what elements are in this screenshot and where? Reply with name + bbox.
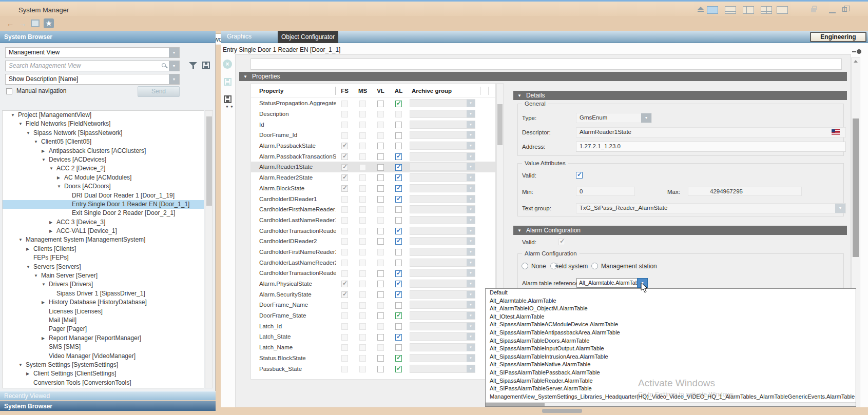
chevron-down-icon[interactable]: ▼ [467, 227, 475, 234]
collapse-arrow-icon[interactable]: ▼ [18, 120, 26, 128]
tree-item[interactable]: ▶Antipassback Clusters [ACClusters] [3, 147, 204, 155]
descriptor-field[interactable]: AlarmReader1State [576, 127, 846, 137]
expand-arrow-icon[interactable]: ▶ [42, 147, 49, 155]
collapse-arrow-icon[interactable]: ▼ [49, 164, 56, 173]
alarm-table-reference-combobox[interactable]: Alt_Alarmtable.AlarmTable [576, 278, 638, 288]
archive-group-dropdown[interactable]: ▼ [410, 205, 475, 213]
vl-checkbox-empty[interactable] [377, 143, 384, 149]
collapse-arrow-icon[interactable]: ▼ [57, 182, 64, 191]
chevron-down-icon[interactable]: ▼ [835, 204, 845, 213]
al-checkbox-empty[interactable] [395, 217, 402, 224]
minimize-icon[interactable] [829, 12, 836, 13]
property-row[interactable]: Latch_Id▼ [251, 321, 495, 331]
chevron-down-icon[interactable]: ▼ [467, 121, 475, 128]
chevron-down-icon[interactable]: ▼ [467, 333, 475, 340]
vl-checkbox-empty[interactable] [377, 164, 384, 171]
chevron-down-icon[interactable]: ▼ [467, 206, 475, 213]
fs-checkbox-gray[interactable] [341, 291, 348, 298]
property-row[interactable]: Status.BlockState▼ [251, 353, 495, 364]
property-row[interactable]: Alarm.PassbackState▼ [251, 141, 495, 151]
chevron-down-icon[interactable]: ▼ [467, 142, 475, 149]
archive-group-dropdown[interactable]: ▼ [410, 99, 475, 107]
property-row[interactable]: DoorFrame_Name▼ [251, 300, 495, 310]
tree-item[interactable]: Mail [Mail] [3, 316, 204, 325]
tree-item[interactable]: ▶Clients [Clients] [3, 245, 204, 253]
archive-group-dropdown[interactable]: ▼ [410, 354, 475, 362]
chevron-down-icon[interactable]: ▼ [467, 248, 475, 255]
text-group-dropdown[interactable]: TxG_SiPass_Reader_AlarmState ▼ [576, 203, 846, 213]
archive-group-dropdown[interactable]: ▼ [410, 322, 475, 330]
tree-item[interactable]: DRI Dual Door Reader 1 [Door_1_19] [3, 191, 204, 200]
property-row[interactable]: CardholderFirstNameReader2▼ [251, 247, 495, 258]
property-row[interactable]: Alarm.PassbackTransactionState▼ [251, 151, 495, 162]
engineering-mode-button[interactable]: Engineering [810, 32, 866, 42]
expand-arrow-icon[interactable]: ▶ [42, 298, 49, 307]
collapse-arrow-icon[interactable]: ▼ [18, 361, 26, 369]
fs-checkbox-gray[interactable] [341, 185, 348, 192]
tree-item[interactable]: ▶Client Settings [ClientSettings] [3, 369, 204, 378]
back-icon[interactable]: ← [5, 18, 15, 29]
pin-icon[interactable] [852, 49, 861, 54]
al-checkbox-blue[interactable] [395, 270, 402, 277]
collapse-arrow-icon[interactable]: ▼ [18, 235, 26, 244]
radio-option-field-system[interactable]: Field system [550, 263, 588, 270]
chevron-down-icon[interactable]: ▼ [467, 195, 475, 203]
al-checkbox-green[interactable] [395, 101, 402, 107]
tree-item[interactable]: Video Manager [VideoManager] [3, 352, 204, 361]
dropdown-item[interactable]: Alt_SIPassAlarmTablePassback.AlarmTable [486, 369, 856, 377]
vl-checkbox-empty[interactable] [377, 101, 384, 107]
tree-item[interactable]: ▶AC Module [ACModules] [3, 173, 204, 182]
editor-top-field[interactable] [250, 58, 842, 70]
archive-group-dropdown[interactable]: ▼ [410, 280, 475, 288]
archive-group-dropdown[interactable]: ▼ [410, 184, 475, 192]
property-row[interactable]: Latch_Name▼ [251, 342, 495, 353]
tree-item[interactable]: Conversion Tools [ConversionTools] [3, 379, 204, 387]
archive-group-dropdown[interactable]: ▼ [410, 216, 475, 224]
al-checkbox-empty[interactable] [395, 260, 402, 266]
dropdown-item[interactable]: Alt_SipassAlarmTableAntipassbackArea.Ala… [486, 329, 856, 337]
view-selector-dropdown[interactable]: Management View ▼ [5, 47, 180, 58]
expand-arrow-icon[interactable]: ▶ [49, 227, 56, 235]
chevron-down-icon[interactable]: ▼ [467, 100, 475, 107]
system-browser-bar[interactable]: System Browser [0, 401, 216, 411]
property-row[interactable]: CardholderTransactionReader2▼ [251, 268, 495, 279]
collapse-arrow-icon[interactable]: ▼ [42, 155, 49, 164]
layout-vsplit-icon[interactable] [743, 6, 754, 14]
archive-group-dropdown[interactable]: ▼ [410, 332, 475, 341]
chevron-down-icon[interactable]: ▼ [169, 61, 179, 71]
archive-group-dropdown[interactable]: ▼ [410, 142, 475, 150]
tree-item[interactable]: ▼Sipass Network [SipassNetwork] [3, 129, 204, 137]
search-input[interactable] [9, 62, 152, 70]
tree-item[interactable]: ▶ACC 3 [Device_3] [3, 218, 204, 227]
tree-scrollbar[interactable] [205, 110, 213, 388]
chevron-down-icon[interactable]: ▼ [467, 259, 475, 266]
chevron-down-icon[interactable]: ▼ [467, 174, 475, 181]
dropdown-item[interactable]: Alt_SipassAlarmTableIntrusionArea.AlarmT… [486, 353, 856, 361]
tree-item[interactable]: ▼Project [ManagementView] [3, 111, 204, 120]
al-checkbox-blue[interactable] [395, 153, 402, 160]
chevron-down-icon[interactable]: ▼ [467, 323, 475, 330]
archive-group-dropdown[interactable]: ▼ [410, 227, 475, 235]
property-row[interactable]: Alarm.PhysicalState▼ [251, 279, 495, 289]
archive-group-dropdown[interactable]: ▼ [410, 343, 475, 351]
tree-item[interactable]: ▼Drivers [Drivers] [3, 280, 204, 289]
dropdown-hscrollbar[interactable] [486, 402, 856, 406]
vl-checkbox-empty[interactable] [377, 334, 384, 341]
layout-grid-icon[interactable] [707, 6, 718, 14]
property-row[interactable]: Id▼ [251, 119, 495, 130]
table-scrollbar-thumb[interactable] [497, 104, 503, 145]
vl-checkbox-empty[interactable] [377, 196, 384, 203]
al-checkbox-green[interactable] [395, 355, 402, 362]
chevron-down-icon[interactable]: ▼ [467, 110, 475, 117]
archive-group-dropdown[interactable]: ▼ [410, 110, 475, 118]
main-scrollbar-thumb[interactable] [853, 118, 859, 257]
column-header-property[interactable]: Property [251, 87, 336, 95]
dropdown-item[interactable]: Alt_SipassAlarmTableInputOutput.AlarmTab… [486, 345, 856, 353]
al-checkbox-blue[interactable] [395, 185, 402, 192]
property-row-selected[interactable]: Alarm.Reader1State▼ [251, 162, 495, 172]
tree-item[interactable]: ▼Main Server [Server] [3, 271, 204, 280]
al-checkbox-empty[interactable] [395, 249, 402, 255]
collapse-arrow-icon[interactable]: ▼ [34, 137, 41, 146]
scroll-up-arrow-icon[interactable] [854, 60, 858, 63]
tree-scrollbar-thumb[interactable] [206, 116, 212, 206]
